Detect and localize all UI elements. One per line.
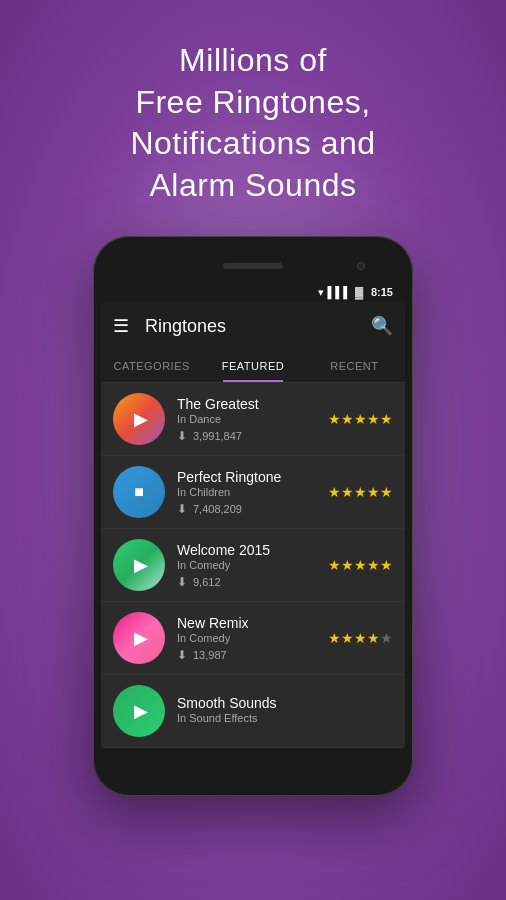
menu-button[interactable]: ☰ <box>113 315 129 337</box>
hero-headline: Millions of Free Ringtones, Notification… <box>0 40 506 206</box>
song-category-1: In Dance <box>177 413 328 425</box>
phone-body: ▾ ▌▌▌ ▓ 8:15 ☰ Ringtones 🔍 CATEGORIES FE… <box>93 236 413 796</box>
song-category-2: In Children <box>177 486 328 498</box>
song-item-5[interactable]: ▶ Smooth Sounds In Sound Effects <box>101 675 405 748</box>
song-name-4: New Remix <box>177 615 328 631</box>
tab-bar: CATEGORIES FEATURED RECENT <box>101 350 405 383</box>
tab-recent[interactable]: RECENT <box>304 350 405 382</box>
app-title: Ringtones <box>145 316 371 337</box>
download-count-1: 3,991,847 <box>193 430 242 442</box>
status-bar: ▾ ▌▌▌ ▓ 8:15 <box>101 282 405 302</box>
song-meta-4: ⬇ 13,987 <box>177 648 328 662</box>
song-item-2[interactable]: ■ Perfect Ringtone In Children ⬇ 7,408,2… <box>101 456 405 529</box>
stop-icon-2: ■ <box>134 483 144 501</box>
song-item-1[interactable]: ▶ The Greatest In Dance ⬇ 3,991,847 ★★★★… <box>101 383 405 456</box>
song-item-4[interactable]: ▶ New Remix In Comedy ⬇ 13,987 ★★★★★ <box>101 602 405 675</box>
song-name-2: Perfect Ringtone <box>177 469 328 485</box>
song-name-5: Smooth Sounds <box>177 695 393 711</box>
song-thumb-1: ▶ <box>113 393 165 445</box>
download-count-4: 13,987 <box>193 649 227 661</box>
tab-featured[interactable]: FEATURED <box>202 350 303 382</box>
song-name-1: The Greatest <box>177 396 328 412</box>
download-count-2: 7,408,209 <box>193 503 242 515</box>
song-meta-1: ⬇ 3,991,847 <box>177 429 328 443</box>
song-info-1: The Greatest In Dance ⬇ 3,991,847 <box>177 396 328 443</box>
song-info-5: Smooth Sounds In Sound Effects <box>177 695 393 728</box>
song-thumb-5: ▶ <box>113 685 165 737</box>
song-info-3: Welcome 2015 In Comedy ⬇ 9,612 <box>177 542 328 589</box>
play-icon-5: ▶ <box>134 700 148 722</box>
song-category-4: In Comedy <box>177 632 328 644</box>
download-icon-4: ⬇ <box>177 648 187 662</box>
play-icon-3: ▶ <box>134 554 148 576</box>
hero-section: Millions of Free Ringtones, Notification… <box>0 0 506 226</box>
download-icon-2: ⬇ <box>177 502 187 516</box>
status-icons: ▾ ▌▌▌ ▓ 8:15 <box>318 286 393 299</box>
phone-mockup: ▾ ▌▌▌ ▓ 8:15 ☰ Ringtones 🔍 CATEGORIES FE… <box>0 236 506 796</box>
song-info-2: Perfect Ringtone In Children ⬇ 7,408,209 <box>177 469 328 516</box>
battery-icon: ▓ <box>355 286 363 298</box>
song-name-3: Welcome 2015 <box>177 542 328 558</box>
song-item-3[interactable]: ▶ Welcome 2015 In Comedy ⬇ 9,612 ★★★★★ <box>101 529 405 602</box>
phone-top-bar <box>101 254 405 278</box>
song-category-3: In Comedy <box>177 559 328 571</box>
play-icon-4: ▶ <box>134 627 148 649</box>
status-time: 8:15 <box>371 286 393 298</box>
tab-categories[interactable]: CATEGORIES <box>101 350 202 382</box>
song-thumb-4: ▶ <box>113 612 165 664</box>
signal-icon: ▌▌▌ <box>328 286 351 298</box>
play-icon-1: ▶ <box>134 408 148 430</box>
phone-camera <box>357 262 365 270</box>
song-thumb-2: ■ <box>113 466 165 518</box>
stars-4: ★★★★★ <box>328 630 393 646</box>
hero-text: Millions of Free Ringtones, Notification… <box>0 0 506 226</box>
app-bar: ☰ Ringtones 🔍 <box>101 302 405 350</box>
app-screen: ☰ Ringtones 🔍 CATEGORIES FEATURED RECENT <box>101 302 405 748</box>
stars-2: ★★★★★ <box>328 484 393 500</box>
song-meta-3: ⬇ 9,612 <box>177 575 328 589</box>
download-icon-3: ⬇ <box>177 575 187 589</box>
phone-speaker <box>223 263 283 269</box>
download-count-3: 9,612 <box>193 576 221 588</box>
stars-3: ★★★★★ <box>328 557 393 573</box>
download-icon-1: ⬇ <box>177 429 187 443</box>
search-button[interactable]: 🔍 <box>371 315 393 337</box>
song-category-5: In Sound Effects <box>177 712 393 724</box>
wifi-icon: ▾ <box>318 286 324 299</box>
song-meta-2: ⬇ 7,408,209 <box>177 502 328 516</box>
stars-1: ★★★★★ <box>328 411 393 427</box>
song-list: ▶ The Greatest In Dance ⬇ 3,991,847 ★★★★… <box>101 383 405 748</box>
song-info-4: New Remix In Comedy ⬇ 13,987 <box>177 615 328 662</box>
song-thumb-3: ▶ <box>113 539 165 591</box>
